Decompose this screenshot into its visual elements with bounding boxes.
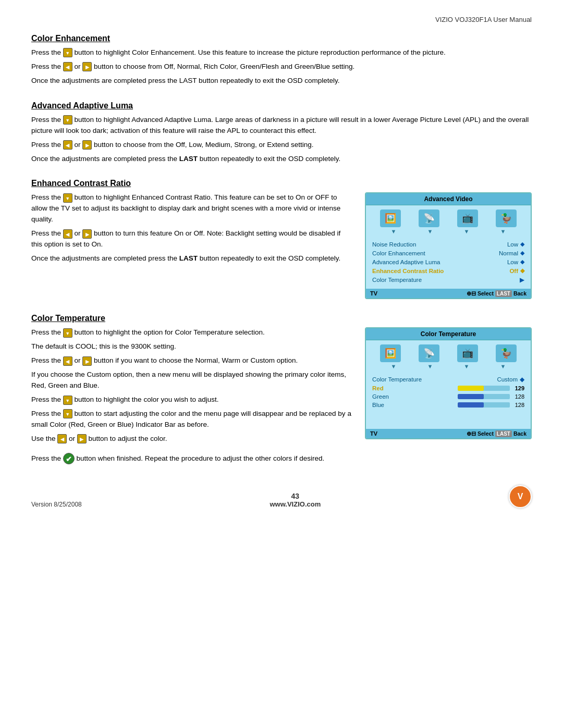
- section-title-advanced-adaptive-luma: Advanced Adaptive Luma: [31, 101, 532, 110]
- section-title-color-temperature: Color Temperature: [31, 314, 532, 323]
- osd-ct-arrow-row: ▼ ▼ ▼ ▼: [366, 363, 531, 373]
- green-bar-bg: [458, 394, 510, 399]
- left-button-icon-3: ◀: [63, 229, 72, 239]
- right-button-icon-5: ▶: [77, 434, 87, 443]
- osd-ct-icon-3: 📺: [457, 344, 478, 362]
- right-button-icon-2: ▶: [82, 140, 92, 150]
- osd-ct-icon-4: 🦆: [496, 344, 517, 362]
- osd-ct-spacer: [370, 409, 527, 425]
- osd-title: Advanced Video: [366, 193, 531, 205]
- section-body-advanced-adaptive-luma: Press the ▼ button to highlight Advanced…: [31, 115, 532, 165]
- footer-center: 43 www.VIZIO.com: [82, 492, 509, 508]
- check-button-icon: ✔: [63, 453, 75, 464]
- section-color-enhancement: Color Enhancement Press the ▼ button to …: [31, 34, 532, 87]
- enhanced-contrast-two-col: Press the ▼ button to highlight Enhanced…: [31, 192, 532, 299]
- color-temperature-text: Press the ▼ button to highlight the opti…: [31, 327, 352, 447]
- osd-menu-row-color-enhancement: Color Enhancement Normal ◆: [370, 249, 527, 257]
- enhanced-contrast-osd: Advanced Video 🖼️ 📡 📺 🦆: [365, 192, 532, 299]
- right-button-icon-4: ▶: [82, 356, 92, 366]
- color-temperature-two-col: Press the ▼ button to highlight the opti…: [31, 327, 532, 447]
- osd-icon-audio: 📡: [419, 209, 439, 227]
- page-footer: Version 8/25/2008 43 www.VIZIO.com V: [31, 485, 532, 508]
- manual-title: VIZIO VOJ320F1A User Manual: [435, 16, 532, 23]
- osd-ct-row-main: Color Temperature Custom ◆: [370, 375, 527, 384]
- left-button-icon-2: ◀: [63, 140, 72, 150]
- osd-icon-picture: 🖼️: [380, 209, 401, 227]
- section-enhanced-contrast-ratio: Enhanced Contrast Ratio Press the ▼ butt…: [31, 179, 532, 299]
- section-body-color-enhancement: Press the ▼ button to highlight Color En…: [31, 47, 532, 87]
- osd-ct-select-back: ⊕⊟ Select LAST Back: [467, 430, 527, 437]
- osd-bottom-bar: TV ⊕⊟ Select LAST Back: [366, 289, 531, 298]
- osd-select-back: ⊕⊟ Select LAST Back: [467, 290, 527, 297]
- osd-arrow-row: ▼ ▼ ▼ ▼: [366, 228, 531, 238]
- osd-menu-row-noise: Noise Reduction Low ◆: [370, 240, 527, 249]
- osd-menu-area: Noise Reduction Low ◆ Color Enhancement …: [366, 238, 531, 289]
- osd-ct-icon-1: 🖼️: [380, 344, 401, 362]
- ok-button-icon-3: ▼: [63, 193, 72, 203]
- left-button-icon-5: ◀: [57, 434, 67, 443]
- osd-ct-bottom-left: TV: [370, 430, 377, 437]
- ok-button-icon: ▼: [63, 48, 72, 57]
- blue-bar-fill: [458, 402, 484, 408]
- ok-button-icon-5: ▼: [63, 396, 72, 405]
- osd-ct-bottom-bar: TV ⊕⊟ Select LAST Back: [366, 429, 531, 438]
- footer-logo: V: [509, 485, 532, 508]
- osd-ct-row-red: Red 129: [370, 384, 527, 392]
- blue-bar-bg: [458, 402, 510, 408]
- osd-menu-row-ecr: Enhanced Contrast Ratio Off ◆: [370, 266, 527, 275]
- osd-ct-row-green: Green 128: [370, 392, 527, 401]
- osd-ct-menu-area: Color Temperature Custom ◆ Red 129: [366, 373, 531, 429]
- osd-menu-row-color-temp: Color Temperature ▶: [370, 275, 527, 285]
- section-advanced-adaptive-luma: Advanced Adaptive Luma Press the ▼ butto…: [31, 101, 532, 165]
- osd-ct-title: Color Temperature: [366, 328, 531, 340]
- footer-version: Version 8/25/2008: [31, 501, 82, 508]
- osd-advanced-video: Advanced Video 🖼️ 📡 📺 🦆: [365, 192, 532, 299]
- osd-menu-row-aal: Advanced Adaptive Luma Low ◆: [370, 257, 527, 266]
- green-bar-fill: [458, 394, 484, 399]
- red-bar-fill: [458, 386, 484, 391]
- left-button-icon-4: ◀: [63, 356, 72, 366]
- enhanced-contrast-text: Press the ▼ button to highlight Enhanced…: [31, 192, 352, 267]
- ok-button-icon-2: ▼: [63, 115, 72, 125]
- osd-ct-icon-2: 📡: [419, 344, 439, 362]
- osd-ct-row-blue: Blue 128: [370, 401, 527, 409]
- ok-button-icon-6: ▼: [63, 409, 72, 418]
- osd-icon-setup: 🦆: [496, 209, 517, 227]
- footer-website: www.VIZIO.com: [82, 500, 509, 508]
- section-title-color-enhancement: Color Enhancement: [31, 34, 532, 43]
- color-temperature-final-paragraph: Press the ✔ button when finished. Repeat…: [31, 453, 532, 464]
- osd-bottom-left: TV: [370, 290, 377, 297]
- osd-ct-icons-row: 🖼️ 📡 📺 🦆: [366, 340, 531, 363]
- red-bar-bg: [458, 386, 510, 391]
- color-temperature-osd: Color Temperature 🖼️ 📡 📺 🦆: [365, 327, 532, 439]
- ok-button-icon-4: ▼: [63, 328, 72, 338]
- osd-icons-row: 🖼️ 📡 📺 🦆: [366, 205, 531, 228]
- right-button-icon-3: ▶: [82, 229, 92, 239]
- right-button-icon: ▶: [82, 62, 92, 71]
- footer-page-number: 43: [82, 492, 509, 500]
- osd-icon-channel: 📺: [457, 209, 478, 227]
- osd-color-temperature: Color Temperature 🖼️ 📡 📺 🦆: [365, 327, 532, 439]
- left-button-icon: ◀: [63, 62, 72, 71]
- section-color-temperature: Color Temperature Press the ▼ button to …: [31, 314, 532, 464]
- section-title-enhanced-contrast-ratio: Enhanced Contrast Ratio: [31, 179, 532, 188]
- page-header: VIZIO VOJ320F1A User Manual: [31, 16, 532, 23]
